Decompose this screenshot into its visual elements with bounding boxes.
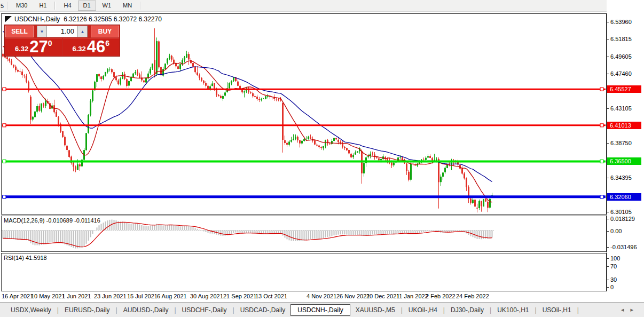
chart-tab-xauusd[interactable]: XAUUSD-,M5 bbox=[350, 305, 400, 315]
volume-stepper: ▼ 1.00 ▲ bbox=[37, 26, 88, 37]
price-tick-label: 6.38750 bbox=[610, 140, 632, 146]
chart-tab-usoil[interactable]: USOil-,H1 bbox=[537, 305, 577, 315]
chart-tab-uk100[interactable]: UK100-,H1 bbox=[492, 305, 534, 315]
timeframe-m15-partial[interactable]: 5 bbox=[0, 2, 5, 10]
rsi-tick-label: 100 bbox=[610, 255, 620, 261]
macd-histogram bbox=[3, 220, 493, 249]
timeframe-toolbar: 5M30H1H4D1W1MN bbox=[0, 0, 644, 12]
tab-separator: | bbox=[535, 306, 537, 314]
axis-tick-mark bbox=[607, 212, 609, 212]
volume-input[interactable]: 1.00 bbox=[47, 26, 77, 37]
sell-price-pip: 0 bbox=[48, 39, 52, 47]
mt4-terminal: 5M30H1H4D1W1MN USDCNH-,Daily 6.32126 6.3… bbox=[0, 0, 644, 317]
rsi-tick-label: 0 bbox=[610, 284, 614, 290]
chart-tab-dj30[interactable]: DJ30-,Daily bbox=[445, 305, 489, 315]
one-click-trading-widget: SELL ▼ 1.00 ▲ BUY 6.32 27 0 6.32 46 6 bbox=[4, 25, 120, 57]
macd-label: MACD(12,26,9) -0.010689 -0.011416 bbox=[4, 217, 100, 224]
axis-tick-mark bbox=[607, 108, 609, 109]
axis-tick-mark bbox=[607, 22, 609, 22]
tab-scroll-arrows[interactable]: ◂▸ bbox=[621, 306, 640, 313]
timeframe-m30[interactable]: M30 bbox=[11, 1, 33, 11]
buy-price-tile[interactable]: 6.32 46 6 bbox=[63, 38, 120, 56]
date-tick-label: 21 Sep 2021 bbox=[223, 293, 256, 299]
tab-separator: | bbox=[443, 306, 445, 314]
volume-decrease-icon[interactable]: ▼ bbox=[37, 26, 47, 37]
tab-separator: | bbox=[401, 306, 403, 314]
price-line-badge: 6.41013 bbox=[607, 122, 641, 129]
macd-panel[interactable]: MACD(12,26,9) -0.010689 -0.011416 bbox=[1, 216, 607, 252]
date-tick-label: 20 Dec 2021 bbox=[366, 293, 399, 299]
axis-tick-mark bbox=[607, 143, 609, 144]
axis-tick-mark bbox=[607, 178, 609, 178]
timeframe-h1[interactable]: H1 bbox=[34, 1, 52, 11]
axis-tick-mark bbox=[607, 39, 609, 39]
axis-tick-mark bbox=[607, 57, 609, 57]
date-tick-label: 1 Jun 2021 bbox=[62, 293, 91, 299]
sell-price-prefix: 6.32 bbox=[15, 45, 28, 53]
macd-tick-label: 0.018129 bbox=[610, 216, 635, 222]
axis-tick-mark bbox=[607, 266, 609, 267]
rsi-panel[interactable]: RSI(14) 41.5918 bbox=[1, 253, 607, 291]
buy-price-big: 46 bbox=[87, 39, 105, 55]
macd-signal-line bbox=[3, 222, 492, 247]
chart-tab-usdcnh[interactable]: USDCNH-,Daily bbox=[290, 304, 350, 316]
date-tick-label: 11 Jan 2022 bbox=[396, 293, 428, 299]
chart-tab-bar: USDX,Weekly|EURUSD-,Daily|AUDUSD-,Daily|… bbox=[0, 302, 644, 317]
chart-tab-usdchf[interactable]: USDCHF-,Daily bbox=[177, 305, 232, 315]
price-tick-label: 6.49605 bbox=[610, 53, 632, 60]
chart-title: USDCNH-,Daily 6.32126 6.32585 6.32072 6.… bbox=[5, 15, 162, 23]
buy-button[interactable]: BUY bbox=[91, 26, 119, 37]
sell-button[interactable]: SELL bbox=[5, 26, 34, 37]
tab-separator: | bbox=[57, 306, 59, 314]
price-tick-label: 6.47460 bbox=[610, 70, 632, 77]
axis-tick-mark bbox=[607, 280, 609, 280]
price-tick-label: 6.34395 bbox=[610, 175, 632, 181]
chart-tab-usdcad[interactable]: USDCAD-,Daily bbox=[235, 305, 291, 315]
main-chart-panel[interactable]: USDCNH-,Daily 6.32126 6.32585 6.32072 6.… bbox=[1, 13, 607, 215]
rsi-tick-label: 30 bbox=[610, 276, 617, 283]
rsi-tick-label: 70 bbox=[610, 263, 617, 270]
date-tick-label: 13 Oct 2021 bbox=[255, 293, 287, 299]
price-line-badge: 6.45527 bbox=[607, 85, 641, 93]
sell-price-tile[interactable]: 6.32 27 0 bbox=[5, 38, 62, 56]
date-tick-label: 6 Aug 2021 bbox=[157, 293, 187, 299]
axis-tick-mark bbox=[607, 231, 609, 232]
timeframe-d1[interactable]: D1 bbox=[78, 1, 96, 11]
horizontal-line bbox=[2, 124, 606, 127]
chart-tab-audusd[interactable]: AUDUSD-,Daily bbox=[118, 305, 174, 315]
chart-symbol-period: USDCNH-,Daily bbox=[14, 15, 60, 23]
volume-increase-icon[interactable]: ▲ bbox=[77, 26, 88, 37]
date-axis: 16 Apr 202110 May 20211 Jun 202123 Jun 2… bbox=[0, 291, 644, 302]
date-tick-label: 26 Nov 2021 bbox=[336, 293, 370, 299]
arrow-object-icon bbox=[5, 16, 12, 22]
timeframe-mn[interactable]: MN bbox=[117, 1, 137, 11]
price-tick-label: 6.30105 bbox=[610, 209, 632, 215]
tab-separator: | bbox=[174, 306, 176, 314]
timeframe-w1[interactable]: W1 bbox=[97, 1, 117, 11]
axis-line bbox=[607, 13, 607, 291]
chart-tab-usdx[interactable]: USDX,Weekly bbox=[5, 305, 57, 315]
tab-separator: | bbox=[490, 306, 491, 314]
macd-tick-label: 0.00 bbox=[610, 228, 622, 234]
axis-tick-mark bbox=[607, 287, 609, 288]
date-tick-label: 10 May 2021 bbox=[31, 293, 65, 299]
rsi-canvas bbox=[2, 253, 606, 291]
axis-tick-mark bbox=[607, 74, 609, 74]
timeframe-h4[interactable]: H4 bbox=[58, 1, 76, 11]
price-tick-label: 6.53960 bbox=[610, 19, 632, 25]
price-line-badge: 6.36500 bbox=[607, 157, 641, 165]
toolbar-separator bbox=[54, 2, 56, 10]
date-tick-label: 24 Feb 2022 bbox=[456, 293, 489, 299]
macd-tick-label: -0.031496 bbox=[610, 244, 637, 250]
tab-separator: | bbox=[233, 306, 234, 314]
date-tick-label: 16 Apr 2021 bbox=[2, 293, 33, 299]
horizontal-line bbox=[2, 195, 606, 199]
price-tick-label: 6.43105 bbox=[610, 105, 632, 112]
buy-price-pip: 6 bbox=[105, 39, 109, 47]
tab-separator: | bbox=[116, 306, 117, 314]
chart-tab-ukoil[interactable]: UKOil-,H4 bbox=[403, 305, 443, 315]
chart-ohlc-quotes: 6.32126 6.32585 6.32072 6.32270 bbox=[64, 15, 162, 23]
rsi-label: RSI(14) 41.5918 bbox=[4, 255, 47, 261]
chart-tab-eurusd[interactable]: EURUSD-,Daily bbox=[59, 305, 115, 315]
axis-tick-mark bbox=[607, 258, 609, 259]
